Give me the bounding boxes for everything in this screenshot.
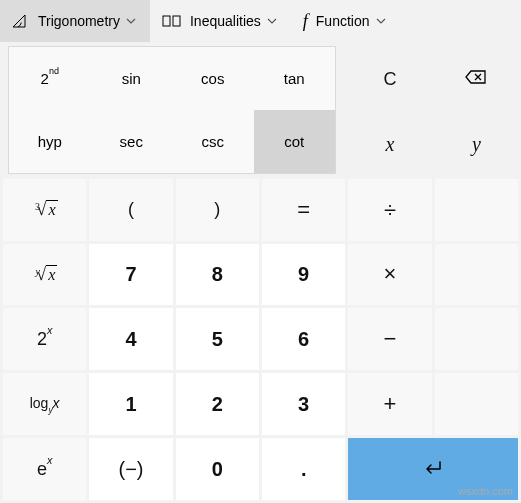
digit-6-button[interactable]: 6 [262, 308, 345, 370]
digit-8-button[interactable]: 8 [176, 244, 259, 306]
placeholder [435, 244, 518, 306]
placeholder [435, 373, 518, 435]
watermark: wsxdn.com [458, 485, 513, 497]
decimal-button[interactable]: . [262, 438, 345, 500]
svg-rect-0 [163, 16, 170, 26]
toolbar-trigonometry-label: Trigonometry [38, 13, 120, 29]
toolbar: Trigonometry Inequalities f Function [0, 0, 521, 42]
angle-icon [12, 14, 30, 28]
cube-root-button[interactable]: 3√x [3, 179, 86, 241]
digit-0-button[interactable]: 0 [176, 438, 259, 500]
minus-button[interactable]: − [348, 308, 431, 370]
multiply-button[interactable]: × [348, 244, 431, 306]
plus-button[interactable]: + [348, 373, 431, 435]
sec-button[interactable]: sec [91, 110, 173, 173]
chevron-down-icon [376, 18, 386, 24]
clear-button[interactable]: C [348, 49, 431, 111]
toolbar-function-label: Function [316, 13, 370, 29]
backspace-button[interactable] [435, 49, 518, 111]
y-root-button[interactable]: y√x [3, 244, 86, 306]
placeholder [435, 179, 518, 241]
enter-icon [423, 456, 443, 482]
hyp-button[interactable]: hyp [9, 110, 91, 173]
chevron-down-icon [267, 18, 277, 24]
digit-2-button[interactable]: 2 [176, 373, 259, 435]
sin-button[interactable]: sin [91, 47, 173, 110]
var-y-button[interactable]: y [435, 114, 518, 176]
trigonometry-panel: 2nd sin cos tan hyp sec csc cot [8, 46, 336, 174]
csc-button[interactable]: csc [172, 110, 254, 173]
negate-button[interactable]: (−) [89, 438, 172, 500]
digit-4-button[interactable]: 4 [89, 308, 172, 370]
toolbar-trigonometry[interactable]: Trigonometry [0, 0, 150, 42]
var-x-button[interactable]: x [348, 114, 431, 176]
svg-rect-1 [173, 16, 180, 26]
inequality-icon [162, 14, 182, 28]
cos-button[interactable]: cos [172, 47, 254, 110]
two-pow-x-button[interactable]: 2x [3, 308, 86, 370]
backspace-icon [465, 69, 487, 90]
rparen-button[interactable]: ) [176, 179, 259, 241]
divide-button[interactable]: ÷ [348, 179, 431, 241]
placeholder [435, 308, 518, 370]
second-button[interactable]: 2nd [9, 47, 91, 110]
digit-1-button[interactable]: 1 [89, 373, 172, 435]
equals-button[interactable]: = [262, 179, 345, 241]
lparen-button[interactable]: ( [89, 179, 172, 241]
digit-5-button[interactable]: 5 [176, 308, 259, 370]
log-base-y-button[interactable]: logyx [3, 373, 86, 435]
toolbar-inequalities-label: Inequalities [190, 13, 261, 29]
tan-button[interactable]: tan [254, 47, 336, 110]
cot-button[interactable]: cot [254, 110, 336, 173]
toolbar-function[interactable]: f Function [291, 0, 400, 42]
digit-7-button[interactable]: 7 [89, 244, 172, 306]
toolbar-inequalities[interactable]: Inequalities [150, 0, 291, 42]
chevron-down-icon [126, 18, 136, 24]
digit-3-button[interactable]: 3 [262, 373, 345, 435]
digit-9-button[interactable]: 9 [262, 244, 345, 306]
function-icon: f [303, 11, 308, 32]
e-pow-x-button[interactable]: ex [3, 438, 86, 500]
